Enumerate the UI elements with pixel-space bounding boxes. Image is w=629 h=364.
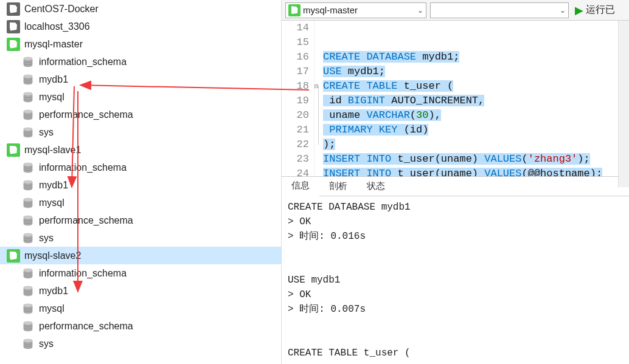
database-item[interactable]: mysql <box>0 300 281 317</box>
database-item[interactable]: performance_schema <box>0 317 281 335</box>
database-item[interactable]: sys <box>0 123 281 141</box>
connection-item[interactable]: localhost_3306 <box>0 18 281 35</box>
result-body: CREATE DATABASE mydb1 > OK > 时间: 0.016s … <box>282 196 629 364</box>
database-item[interactable]: mydb1 <box>0 70 281 88</box>
tree-item-label: localhost_3306 <box>24 21 90 32</box>
tree-item-label: information_schema <box>39 268 127 279</box>
code-token: (@@hostname); <box>521 168 602 177</box>
code-line[interactable]: INSERT INTO t_user(uname) VALUES(@@hostn… <box>323 167 602 177</box>
code-line[interactable]: uname VARCHAR(30), <box>323 108 602 123</box>
database-item[interactable]: performance_schema <box>0 106 281 123</box>
code-token: USE <box>323 66 342 77</box>
code-token: TABLE <box>366 80 397 92</box>
dolphin-icon <box>7 38 20 51</box>
tab-info[interactable]: 信息 <box>282 176 319 196</box>
database-item[interactable]: information_schema <box>0 264 281 282</box>
database-icon <box>21 267 35 280</box>
code-line[interactable]: CREATE DATABASE mydb1; <box>323 50 602 64</box>
code-token: KEY <box>379 124 398 136</box>
line-number: 19 <box>282 94 309 108</box>
code-token: 30 <box>416 109 428 121</box>
database-item[interactable]: sys <box>0 335 281 352</box>
tab-profile[interactable]: 剖析 <box>319 177 357 196</box>
code-line[interactable]: INSERT INTO t_user(uname) VALUES('zhang3… <box>323 152 602 167</box>
tree-item-label: mydb1 <box>39 286 68 297</box>
svg-point-17 <box>24 215 33 219</box>
dolphin-icon <box>7 20 20 33</box>
svg-point-19 <box>24 233 33 236</box>
svg-point-7 <box>24 109 33 113</box>
tree-item-label: mysql-slave1 <box>24 145 81 156</box>
connection-tree[interactable]: CentOS7-Dockerlocalhost_3306mysql-master… <box>0 0 282 364</box>
code-token: DATABASE <box>366 51 416 63</box>
svg-point-3 <box>24 74 33 78</box>
database-item[interactable]: sys <box>0 229 281 247</box>
line-number: 15 <box>282 35 309 50</box>
svg-point-29 <box>24 338 33 342</box>
code-token: t_user(uname) <box>391 153 484 165</box>
connection-item[interactable]: mysql-slave1 <box>0 141 281 159</box>
code-token <box>360 153 366 165</box>
tree-item-label: sys <box>39 233 54 244</box>
code-area[interactable]: CREATE DATABASE mydb1;USE mydb1;CREATE T… <box>323 21 602 176</box>
database-item[interactable]: performance_schema <box>0 211 281 229</box>
line-number: 22 <box>282 137 309 152</box>
code-line[interactable]: PRIMARY KEY (id) <box>323 123 602 137</box>
database-item[interactable]: mydb1 <box>0 176 281 194</box>
database-item[interactable]: information_schema <box>0 159 281 176</box>
code-token: INTO <box>366 153 391 165</box>
code-line[interactable] <box>323 35 602 50</box>
connection-item[interactable]: CentOS7-Docker <box>0 0 281 18</box>
run-button[interactable]: ▶ 运行已 <box>572 2 617 18</box>
svg-point-5 <box>24 92 33 95</box>
code-line[interactable] <box>323 21 602 35</box>
tab-state[interactable]: 状态 <box>357 177 395 196</box>
code-token <box>373 124 379 136</box>
database-item[interactable]: mysql <box>0 88 281 106</box>
play-icon: ▶ <box>575 4 583 17</box>
database-item[interactable]: information_schema <box>0 53 281 70</box>
tree-item-label: mysql-slave2 <box>24 250 81 261</box>
line-number: 16 <box>282 50 309 64</box>
connection-item[interactable]: mysql-slave2 <box>0 247 281 264</box>
code-token: mydb1; <box>342 66 385 77</box>
svg-point-15 <box>24 197 33 201</box>
svg-point-23 <box>24 286 33 289</box>
code-token: t_user ( <box>397 80 453 92</box>
line-number: 23 <box>282 152 309 167</box>
svg-point-25 <box>24 303 33 307</box>
line-number: 14 <box>282 21 309 35</box>
dolphin-icon <box>7 249 20 263</box>
fold-column[interactable]: ⊟ <box>314 21 323 176</box>
code-line[interactable]: CREATE TABLE t_user ( <box>323 79 602 94</box>
database-icon <box>21 337 35 351</box>
database-item[interactable]: mysql <box>0 194 281 211</box>
tree-item-label: CentOS7-Docker <box>24 4 99 15</box>
tree-item-label: mysql <box>39 92 64 103</box>
tree-item-label: performance_schema <box>39 215 133 226</box>
code-token: ), <box>428 109 440 121</box>
database-item[interactable]: mydb1 <box>0 282 281 300</box>
database-icon <box>21 108 35 122</box>
svg-point-9 <box>24 127 33 131</box>
svg-point-13 <box>24 180 33 184</box>
sql-editor[interactable]: 1415161718192021222324 ⊟ CREATE DATABASE… <box>282 21 629 177</box>
result-tabs: 信息 剖析 状态 <box>282 177 629 196</box>
database-icon <box>21 55 35 69</box>
code-token: ( <box>410 109 416 121</box>
database-icon <box>21 320 35 333</box>
tree-item-label: sys <box>39 338 54 349</box>
chevron-down-icon: ⌄ <box>560 6 566 15</box>
code-token <box>360 51 366 63</box>
database-icon <box>21 161 35 174</box>
database-combo[interactable]: ⌄ <box>430 2 569 18</box>
code-line[interactable]: USE mydb1; <box>323 64 602 79</box>
code-line[interactable]: id BIGINT AUTO_INCREMENT, <box>323 94 602 108</box>
connection-item[interactable]: mysql-master <box>0 35 281 53</box>
connection-combo[interactable]: mysql-master ⌄ <box>285 2 426 18</box>
dolphin-icon <box>288 4 301 16</box>
editor-scrollbar[interactable] <box>618 21 629 177</box>
tree-item-label: mydb1 <box>39 180 68 191</box>
code-token: CREATE <box>323 51 360 63</box>
code-line[interactable]: ); <box>323 137 602 152</box>
